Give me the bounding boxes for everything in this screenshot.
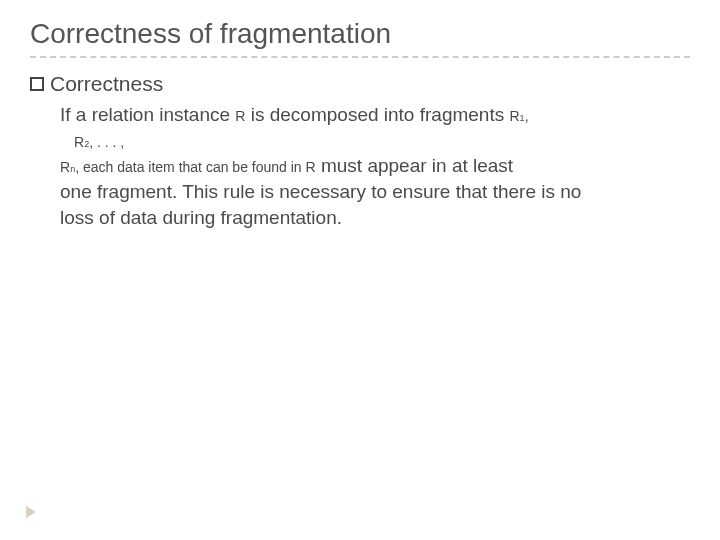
text: must appear in at least	[316, 155, 514, 176]
var-r: R	[235, 108, 245, 124]
line-2: R2, . . . ,	[60, 128, 680, 154]
comma: ,	[525, 108, 529, 124]
divider	[30, 56, 690, 58]
var-rn: R	[60, 159, 70, 175]
comma-n: , each data item that can be found in	[75, 159, 305, 175]
triangle-right-icon	[26, 506, 36, 518]
text: is decomposed into fragments	[245, 104, 509, 125]
line-3: Rn, each data item that can be found in …	[60, 153, 680, 179]
page-title: Correctness of fragmentation	[30, 18, 690, 50]
var-r1: R	[509, 108, 519, 124]
dots: , . . . ,	[89, 134, 124, 150]
body-text: If a relation instance R is decomposed i…	[30, 102, 690, 230]
slide: Correctness of fragmentation Correctness…	[0, 0, 720, 540]
var-r-again: R	[306, 159, 316, 175]
line-1: If a relation instance R is decomposed i…	[60, 102, 680, 128]
line-5: loss of data during fragmentation.	[60, 205, 680, 231]
square-bullet-icon	[30, 77, 44, 91]
bullet-label: Correctness	[50, 72, 163, 96]
text: If a relation instance	[60, 104, 235, 125]
line-4: one fragment. This rule is necessary to …	[60, 179, 680, 205]
var-r2: R	[74, 134, 84, 150]
bullet-row: Correctness	[30, 72, 690, 96]
